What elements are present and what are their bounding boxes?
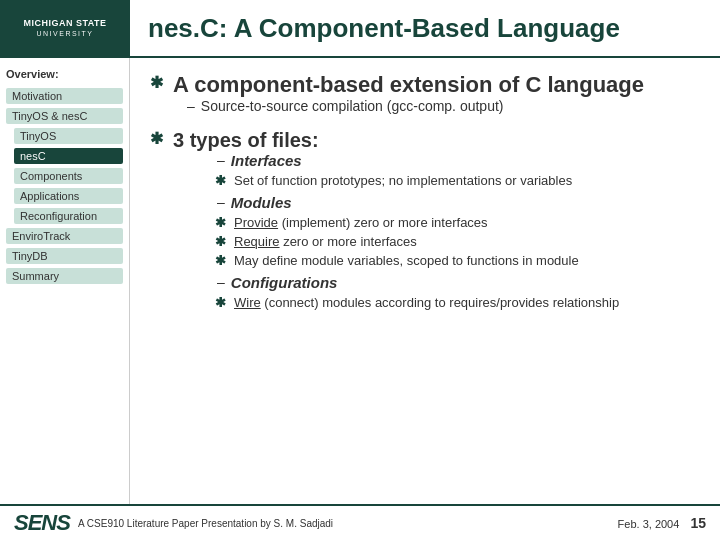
- modules-label: – Modules: [217, 194, 700, 211]
- bullet-2-content: 3 types of files: – Interfaces ✱ Set of …: [173, 128, 700, 316]
- sidebar-item-tinydb[interactable]: TinyDB: [6, 248, 123, 264]
- sidebar-item-motivation[interactable]: Motivation: [6, 88, 123, 104]
- require-text: Require: [234, 234, 280, 249]
- modules-nested-3: ✱ May define module variables, scoped to…: [215, 253, 700, 268]
- bullet-star-1: ✱: [150, 73, 163, 92]
- footer-right: Feb. 3, 2004 15: [618, 515, 706, 531]
- bullet-1: ✱ A component-based extension of C langu…: [150, 72, 700, 118]
- sens-logo: SENS: [14, 510, 70, 536]
- modules-block: – Modules ✱ Provide (implement) zero or …: [203, 194, 700, 268]
- footer-page: 15: [690, 515, 706, 531]
- configurations-italic: Configurations: [231, 274, 338, 291]
- interfaces-nested-1: ✱ Set of function prototypes; no impleme…: [215, 173, 700, 188]
- modules-nested-2: ✱ Require zero or more interfaces: [215, 234, 700, 249]
- logo: MICHIGAN STATE UNIVERSITY: [0, 0, 130, 57]
- logo-line1: MICHIGAN STATE: [23, 18, 106, 30]
- configurations-nested-1-text: Wire (connect) modules according to requ…: [234, 295, 619, 310]
- sidebar-label: Overview:: [6, 68, 123, 80]
- interfaces-italic: Interfaces: [231, 152, 302, 169]
- modules-nested-1: ✱ Provide (implement) zero or more inter…: [215, 215, 700, 230]
- bullet-star-2: ✱: [150, 129, 163, 148]
- sidebar-item-envirotrack[interactable]: EnviroTrack: [6, 228, 123, 244]
- sidebar-item-reconfiguration[interactable]: Reconfiguration: [14, 208, 123, 224]
- sidebar-item-tinyos-nesc[interactable]: TinyOS & nesC: [6, 108, 123, 124]
- provide-text: Provide: [234, 215, 278, 230]
- header: MICHIGAN STATE UNIVERSITY nes.C: A Compo…: [0, 0, 720, 58]
- interfaces-block: – Interfaces ✱ Set of function prototype…: [203, 152, 700, 188]
- page-title: nes.C: A Component-Based Language: [130, 13, 720, 44]
- sidebar-item-nesc[interactable]: nesC: [14, 148, 123, 164]
- modules-nested-1-text: Provide (implement) zero or more interfa…: [234, 215, 488, 230]
- sidebar-item-tinyos[interactable]: TinyOS: [14, 128, 123, 144]
- wire-text: Wire: [234, 295, 261, 310]
- configurations-label: – Configurations: [217, 274, 700, 291]
- interfaces-label: – Interfaces: [217, 152, 700, 169]
- modules-nested-3-text: May define module variables, scoped to f…: [234, 253, 579, 268]
- bullet-2: ✱ 3 types of files: – Interfaces ✱ Set o…: [150, 128, 700, 316]
- modules-italic: Modules: [231, 194, 292, 211]
- footer-citation: A CSE910 Literature Paper Presentation b…: [78, 518, 333, 529]
- interfaces-nested-1-text: Set of function prototypes; no implement…: [234, 173, 572, 188]
- footer-left: SENS A CSE910 Literature Paper Presentat…: [14, 510, 333, 536]
- sidebar-item-applications[interactable]: Applications: [14, 188, 123, 204]
- bullet-2-heading: 3 types of files:: [173, 128, 700, 152]
- configurations-nested-1: ✱ Wire (connect) modules according to re…: [215, 295, 700, 310]
- bullet-1-heading: A component-based extension of C languag…: [173, 72, 644, 98]
- bullet-1-sub-text: Source-to-source compilation (gcc-comp. …: [201, 98, 504, 114]
- footer: SENS A CSE910 Literature Paper Presentat…: [0, 504, 720, 540]
- sidebar: Overview: Motivation TinyOS & nesC TinyO…: [0, 58, 130, 504]
- bullet-1-sub: – Source-to-source compilation (gcc-comp…: [187, 98, 644, 114]
- footer-date: Feb. 3, 2004: [618, 518, 680, 530]
- sidebar-item-summary[interactable]: Summary: [6, 268, 123, 284]
- main-area: Overview: Motivation TinyOS & nesC TinyO…: [0, 58, 720, 504]
- logo-line2: UNIVERSITY: [23, 29, 106, 38]
- sidebar-item-components[interactable]: Components: [14, 168, 123, 184]
- modules-nested-2-text: Require zero or more interfaces: [234, 234, 417, 249]
- configurations-block: – Configurations ✱ Wire (connect) module…: [203, 274, 700, 310]
- content-area: ✱ A component-based extension of C langu…: [130, 58, 720, 504]
- bullet-1-content: A component-based extension of C languag…: [173, 72, 644, 118]
- dash-1: –: [187, 98, 195, 114]
